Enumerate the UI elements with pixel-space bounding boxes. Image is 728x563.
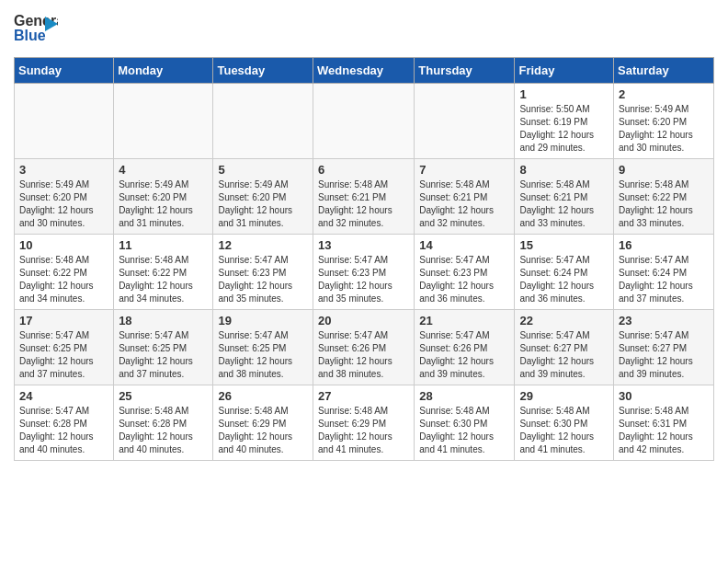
week-row-0: 1Sunrise: 5:50 AM Sunset: 6:19 PM Daylig… — [15, 84, 714, 159]
day-number: 3 — [19, 163, 108, 177]
day-cell: 30Sunrise: 5:48 AM Sunset: 6:31 PM Dayli… — [614, 385, 714, 461]
day-cell: 21Sunrise: 5:47 AM Sunset: 6:26 PM Dayli… — [415, 310, 515, 385]
day-number: 30 — [619, 389, 709, 403]
week-row-1: 3Sunrise: 5:49 AM Sunset: 6:20 PM Daylig… — [15, 159, 714, 235]
week-row-4: 24Sunrise: 5:47 AM Sunset: 6:28 PM Dayli… — [15, 385, 714, 461]
day-info: Sunrise: 5:47 AM Sunset: 6:27 PM Dayligh… — [619, 329, 709, 381]
day-info: Sunrise: 5:49 AM Sunset: 6:20 PM Dayligh… — [119, 178, 208, 230]
day-info: Sunrise: 5:48 AM Sunset: 6:30 PM Dayligh… — [519, 405, 609, 456]
day-cell: 4Sunrise: 5:49 AM Sunset: 6:20 PM Daylig… — [114, 159, 213, 235]
col-header-saturday: Saturday — [614, 58, 714, 84]
day-cell: 11Sunrise: 5:48 AM Sunset: 6:22 PM Dayli… — [114, 235, 213, 310]
day-number: 11 — [119, 238, 208, 252]
day-info: Sunrise: 5:47 AM Sunset: 6:23 PM Dayligh… — [218, 254, 308, 305]
day-info: Sunrise: 5:48 AM Sunset: 6:22 PM Dayligh… — [619, 178, 709, 230]
logo: General Blue — [14, 9, 58, 52]
day-cell: 25Sunrise: 5:48 AM Sunset: 6:28 PM Dayli… — [114, 385, 213, 461]
day-number: 2 — [619, 87, 709, 101]
col-header-thursday: Thursday — [415, 58, 515, 84]
day-info: Sunrise: 5:48 AM Sunset: 6:21 PM Dayligh… — [419, 178, 509, 230]
day-cell: 2Sunrise: 5:49 AM Sunset: 6:20 PM Daylig… — [614, 84, 714, 159]
day-info: Sunrise: 5:47 AM Sunset: 6:23 PM Dayligh… — [419, 254, 509, 305]
day-cell: 27Sunrise: 5:48 AM Sunset: 6:29 PM Dayli… — [313, 385, 415, 461]
day-cell: 10Sunrise: 5:48 AM Sunset: 6:22 PM Dayli… — [15, 235, 114, 310]
day-info: Sunrise: 5:47 AM Sunset: 6:24 PM Dayligh… — [619, 254, 709, 305]
day-number: 29 — [519, 389, 609, 403]
day-info: Sunrise: 5:47 AM Sunset: 6:25 PM Dayligh… — [218, 329, 308, 381]
day-number: 21 — [419, 314, 509, 327]
day-cell: 19Sunrise: 5:47 AM Sunset: 6:25 PM Dayli… — [213, 310, 313, 385]
day-cell: 23Sunrise: 5:47 AM Sunset: 6:27 PM Dayli… — [614, 310, 714, 385]
col-header-tuesday: Tuesday — [213, 58, 313, 84]
day-cell: 26Sunrise: 5:48 AM Sunset: 6:29 PM Dayli… — [213, 385, 313, 461]
calendar: SundayMondayTuesdayWednesdayThursdayFrid… — [14, 57, 714, 461]
day-number: 25 — [119, 389, 208, 403]
day-cell: 15Sunrise: 5:47 AM Sunset: 6:24 PM Dayli… — [515, 235, 614, 310]
day-cell: 24Sunrise: 5:47 AM Sunset: 6:28 PM Dayli… — [15, 385, 114, 461]
day-info: Sunrise: 5:48 AM Sunset: 6:31 PM Dayligh… — [619, 405, 709, 456]
day-info: Sunrise: 5:48 AM Sunset: 6:21 PM Dayligh… — [519, 178, 609, 230]
col-header-monday: Monday — [114, 58, 213, 84]
page: General Blue SundayMondayTuesdayWednesda… — [0, 0, 728, 470]
day-number: 27 — [318, 389, 409, 403]
day-info: Sunrise: 5:47 AM Sunset: 6:24 PM Dayligh… — [519, 254, 609, 305]
col-header-sunday: Sunday — [15, 58, 114, 84]
day-number: 18 — [119, 314, 208, 327]
day-number: 22 — [519, 314, 609, 327]
day-cell: 9Sunrise: 5:48 AM Sunset: 6:22 PM Daylig… — [614, 159, 714, 235]
day-info: Sunrise: 5:47 AM Sunset: 6:25 PM Dayligh… — [19, 329, 108, 381]
day-cell: 14Sunrise: 5:47 AM Sunset: 6:23 PM Dayli… — [415, 235, 515, 310]
day-cell: 6Sunrise: 5:48 AM Sunset: 6:21 PM Daylig… — [313, 159, 415, 235]
day-cell: 17Sunrise: 5:47 AM Sunset: 6:25 PM Dayli… — [15, 310, 114, 385]
col-header-friday: Friday — [515, 58, 614, 84]
day-number: 5 — [218, 163, 308, 177]
col-header-wednesday: Wednesday — [313, 58, 415, 84]
day-info: Sunrise: 5:48 AM Sunset: 6:29 PM Dayligh… — [218, 405, 308, 456]
logo-icon: General Blue — [14, 9, 58, 52]
day-info: Sunrise: 5:47 AM Sunset: 6:28 PM Dayligh… — [19, 405, 108, 456]
day-cell: 8Sunrise: 5:48 AM Sunset: 6:21 PM Daylig… — [515, 159, 614, 235]
day-number: 7 — [419, 163, 509, 177]
day-cell — [313, 84, 415, 159]
day-number: 9 — [619, 163, 709, 177]
day-number: 26 — [218, 389, 308, 403]
day-info: Sunrise: 5:49 AM Sunset: 6:20 PM Dayligh… — [19, 178, 108, 230]
day-number: 17 — [19, 314, 108, 327]
day-number: 8 — [519, 163, 609, 177]
day-cell: 22Sunrise: 5:47 AM Sunset: 6:27 PM Dayli… — [515, 310, 614, 385]
day-info: Sunrise: 5:48 AM Sunset: 6:28 PM Dayligh… — [119, 405, 208, 456]
day-info: Sunrise: 5:48 AM Sunset: 6:22 PM Dayligh… — [119, 254, 208, 305]
day-cell: 13Sunrise: 5:47 AM Sunset: 6:23 PM Dayli… — [313, 235, 415, 310]
header-row: SundayMondayTuesdayWednesdayThursdayFrid… — [15, 58, 714, 84]
day-info: Sunrise: 5:48 AM Sunset: 6:30 PM Dayligh… — [419, 405, 509, 456]
day-info: Sunrise: 5:48 AM Sunset: 6:22 PM Dayligh… — [19, 254, 108, 305]
day-number: 24 — [19, 389, 108, 403]
day-number: 14 — [419, 238, 509, 252]
day-cell — [114, 84, 213, 159]
day-cell — [213, 84, 313, 159]
day-number: 28 — [419, 389, 509, 403]
day-info: Sunrise: 5:48 AM Sunset: 6:21 PM Dayligh… — [318, 178, 409, 230]
svg-text:Blue: Blue — [14, 28, 46, 43]
day-cell: 12Sunrise: 5:47 AM Sunset: 6:23 PM Dayli… — [213, 235, 313, 310]
day-number: 1 — [519, 87, 609, 101]
day-info: Sunrise: 5:47 AM Sunset: 6:26 PM Dayligh… — [318, 329, 409, 381]
day-cell: 28Sunrise: 5:48 AM Sunset: 6:30 PM Dayli… — [415, 385, 515, 461]
day-number: 20 — [318, 314, 409, 327]
day-cell: 5Sunrise: 5:49 AM Sunset: 6:20 PM Daylig… — [213, 159, 313, 235]
week-row-3: 17Sunrise: 5:47 AM Sunset: 6:25 PM Dayli… — [15, 310, 714, 385]
week-row-2: 10Sunrise: 5:48 AM Sunset: 6:22 PM Dayli… — [15, 235, 714, 310]
day-number: 23 — [619, 314, 709, 327]
day-info: Sunrise: 5:47 AM Sunset: 6:27 PM Dayligh… — [519, 329, 609, 381]
day-number: 19 — [218, 314, 308, 327]
day-cell — [15, 84, 114, 159]
day-info: Sunrise: 5:47 AM Sunset: 6:26 PM Dayligh… — [419, 329, 509, 381]
day-number: 15 — [519, 238, 609, 252]
day-cell: 18Sunrise: 5:47 AM Sunset: 6:25 PM Dayli… — [114, 310, 213, 385]
day-info: Sunrise: 5:48 AM Sunset: 6:29 PM Dayligh… — [318, 405, 409, 456]
day-number: 12 — [218, 238, 308, 252]
day-info: Sunrise: 5:50 AM Sunset: 6:19 PM Dayligh… — [519, 103, 609, 155]
day-cell: 3Sunrise: 5:49 AM Sunset: 6:20 PM Daylig… — [15, 159, 114, 235]
day-info: Sunrise: 5:49 AM Sunset: 6:20 PM Dayligh… — [619, 103, 709, 155]
header: General Blue — [14, 9, 714, 52]
